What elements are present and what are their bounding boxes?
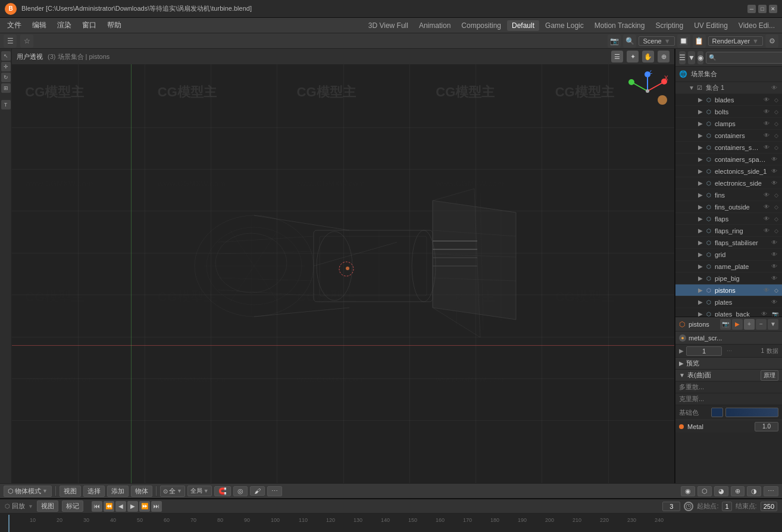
current-frame-input[interactable]: 3 (662, 502, 680, 511)
prop-add-icon[interactable]: + (744, 319, 755, 330)
brush-btn[interactable]: 🖌 (250, 486, 265, 496)
viewport-gizmo-icon[interactable]: ⊕ (658, 51, 670, 62)
select-tool[interactable]: ↖ (1, 51, 11, 61)
menu-edit[interactable]: 编辑 (27, 19, 51, 32)
transform-tool[interactable]: T (1, 100, 11, 109)
outliner-item-flaps[interactable]: ▶ ⬡ flaps 👁 ◇ (675, 213, 782, 225)
view-type-icon[interactable]: ☰ (4, 35, 17, 48)
outliner-item-name-plate[interactable]: ▶ ⬡ name_plate 👁 (675, 261, 782, 273)
view-video-editing[interactable]: Video Edi... (734, 20, 780, 31)
outliner-item-bolts[interactable]: ▶ ⬡ bolts 👁 ◇ (675, 106, 782, 118)
item-visibility[interactable]: 👁 (770, 168, 778, 174)
step-back-btn[interactable]: ⏪ (104, 501, 114, 512)
item-visibility[interactable]: 👁 (762, 108, 771, 115)
outliner-item-pipe-big[interactable]: ▶ ⬡ pipe_big 👁 (675, 273, 782, 284)
item-visibility[interactable]: 👁 (760, 311, 768, 317)
collection-visibility[interactable]: 👁 (770, 85, 778, 91)
view-motion-tracking[interactable]: Motion Tracking (590, 20, 650, 31)
scene-icon[interactable]: 🔲 (677, 35, 690, 48)
prop-expand-icon[interactable]: ▼ (768, 319, 778, 330)
mode-selector[interactable]: ⬡ 物体模式 ▼ (4, 486, 52, 497)
timeline-track[interactable]: 10 20 30 40 50 60 70 80 90 100 110 120 1… (0, 514, 782, 532)
start-frame-input[interactable]: 1 (722, 502, 731, 511)
outliner-search[interactable] (706, 52, 782, 64)
item-visibility[interactable]: 👁 (762, 204, 771, 210)
item-visibility[interactable]: 👁 (762, 287, 771, 293)
maximize-button[interactable]: □ (758, 5, 767, 13)
view-menu-timeline[interactable]: 视图 (37, 500, 58, 512)
preview-section[interactable]: ▶ 预览 (675, 358, 782, 370)
outliner-item-electronics-1[interactable]: ▶ ⬡ electonics_side_1 👁 (675, 165, 782, 177)
item-visibility[interactable]: 👁 (770, 251, 778, 258)
outliner-icon[interactable]: ☰ (679, 51, 686, 64)
item-visibility[interactable]: 👁 (762, 144, 771, 151)
item-visibility[interactable]: 👁 (770, 275, 778, 281)
item-visibility[interactable]: 👁 (770, 156, 778, 162)
snap-btn[interactable]: 🧲 (214, 486, 231, 496)
rotate-tool[interactable]: ↻ (1, 73, 11, 82)
outliner-item-clamps[interactable]: ▶ ⬡ clamps 👁 ◇ (675, 118, 782, 130)
extra-settings[interactable]: ⋯ (764, 486, 778, 496)
frame-display[interactable]: 1 (686, 346, 722, 356)
jump-end-btn[interactable]: ⏭ (151, 501, 162, 512)
outliner-item-plates-back[interactable]: ▶ ⬡ plates_back 👁 📷 (675, 308, 782, 317)
global-selector[interactable]: ⊙ 全 ▼ (160, 486, 185, 497)
gizmo-btn[interactable]: ⊕ (731, 486, 745, 496)
outliner-item-containers-small[interactable]: ▶ ⬡ containers_small 👁 ◇ (675, 142, 782, 154)
metal-value[interactable]: 1.0 (755, 422, 778, 431)
item-visibility[interactable]: 👁 (762, 215, 771, 222)
view-default[interactable]: Default (507, 20, 539, 31)
proportional-btn[interactable]: ◎ (233, 486, 248, 496)
render-layer-settings[interactable]: ⚙ (765, 35, 778, 48)
outliner-item-flaps-stabiliser[interactable]: ▶ ⬡ flaps_stabiliser 👁 (675, 237, 782, 249)
item-visibility[interactable]: 👁 (762, 96, 771, 103)
display-mode-btn[interactable]: ⬡ (697, 486, 712, 496)
view-compositing[interactable]: Compositing (456, 20, 506, 31)
viewport-snap-icon[interactable]: ✋ (642, 51, 654, 62)
prop-remove-icon[interactable]: − (756, 319, 767, 330)
outliner-collection-root[interactable]: ▼ ☑ 集合 1 👁 (675, 82, 782, 94)
render-layer-icon[interactable]: 📋 (693, 35, 706, 48)
mode-icon[interactable]: ☆ (20, 35, 33, 48)
item-visibility[interactable]: 👁 (762, 227, 771, 234)
camera-icon[interactable]: 📷 (608, 35, 621, 48)
view-game-logic[interactable]: Game Logic (540, 20, 589, 31)
play-back-btn[interactable]: ◀ (115, 501, 126, 512)
menu-file[interactable]: 文件 (2, 19, 26, 32)
view-3d-full[interactable]: 3D View Full (364, 20, 413, 31)
end-frame-input[interactable]: 250 (761, 502, 777, 511)
extra-btn[interactable]: ⋯ (267, 486, 282, 496)
shading-btn[interactable]: ◑ (747, 486, 761, 496)
select-menu[interactable]: 选择 (83, 486, 105, 497)
base-color-gradient[interactable] (725, 408, 778, 417)
outliner-item-grid[interactable]: ▶ ⬡ grid 👁 (675, 249, 782, 261)
item-visibility[interactable]: 👁 (770, 299, 778, 305)
outliner[interactable]: ▼ ☑ 集合 1 👁 ▶ ⬡ blades 👁 ◇ ▶ ⬡ bolts (675, 82, 782, 317)
step-fwd-btn[interactable]: ⏩ (139, 501, 150, 512)
view-animation[interactable]: Animation (414, 20, 455, 31)
menu-help[interactable]: 帮助 (102, 19, 126, 32)
item-visibility[interactable]: 👁 (770, 263, 778, 270)
view-scripting[interactable]: Scripting (650, 20, 688, 31)
viewport-3d[interactable]: 用户透视 (3) 场景集合 | pistons ☰ ✦ ✋ ⊕ (12, 49, 675, 483)
item-visibility[interactable]: 👁 (762, 192, 771, 198)
prop-active-icon[interactable]: ▶ (732, 319, 743, 330)
outliner-item-flaps-ring[interactable]: ▶ ⬡ flaps_ring 👁 ◇ (675, 225, 782, 237)
surface-section[interactable]: ▼ 表(曲)面 原理 (675, 370, 782, 381)
scale-tool[interactable]: ⊞ (1, 83, 11, 93)
item-visibility[interactable]: 👁 (770, 239, 778, 246)
outliner-item-blades[interactable]: ▶ ⬡ blades 👁 ◇ (675, 94, 782, 106)
filter-icon[interactable]: ▼ (688, 51, 695, 64)
menu-render[interactable]: 渲染 (52, 19, 76, 32)
add-menu[interactable]: 添加 (107, 486, 129, 497)
view-uv-editing[interactable]: UV Editing (689, 20, 733, 31)
object-menu[interactable]: 物体 (131, 486, 152, 497)
pivot-selector[interactable]: 全局 ▼ (187, 486, 212, 496)
overlay-btn[interactable]: ◕ (714, 486, 728, 496)
minimize-button[interactable]: ─ (747, 5, 756, 13)
outliner-item-containers-spacers[interactable]: ▶ ⬡ containers_spacers 👁 (675, 154, 782, 165)
view-menu[interactable]: 视图 (60, 486, 81, 497)
prop-render-icon[interactable]: 📷 (720, 319, 731, 330)
outliner-item-plates[interactable]: ▶ ⬡ plates 👁 (675, 296, 782, 308)
outliner-item-pistons[interactable]: ▶ ⬡ pistons 👁 ◇ (675, 284, 782, 296)
